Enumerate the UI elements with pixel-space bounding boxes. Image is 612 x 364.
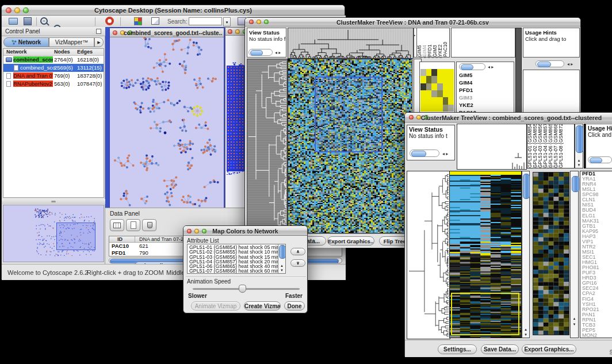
heatmap-container[interactable]	[449, 171, 522, 338]
matrix-cell[interactable]	[426, 90, 432, 97]
matrix-cell[interactable]	[448, 90, 454, 97]
vertical-scrollbar[interactable]: ▴▾	[522, 171, 530, 338]
matrix-cell[interactable]	[448, 69, 454, 76]
search-dropdown-icon[interactable]: ▾	[223, 17, 231, 26]
mini-icons[interactable]: ⊙⊙⊙⊙⊙⊙	[419, 55, 443, 59]
matrix-cell[interactable]	[437, 69, 443, 76]
overview-selection-rect[interactable]	[56, 223, 95, 250]
table-row-selected[interactable]: combined_sco 2569(6) 13112(15)	[3, 64, 104, 72]
matrix-row-label[interactable]: YKE2	[458, 101, 513, 109]
select-attributes-button[interactable]	[110, 219, 124, 231]
matrix-row-label[interactable]: GIM4	[458, 79, 513, 86]
gene-label[interactable]: MON2	[580, 333, 612, 338]
column-header-id[interactable]: ID	[117, 236, 123, 242]
search-input[interactable]	[189, 17, 222, 25]
matrix-cell[interactable]	[448, 83, 454, 90]
heatmap-selection-rect[interactable]	[451, 293, 519, 335]
row-dendrogram[interactable]	[407, 171, 450, 339]
slider-arrows[interactable]: ◂ ▸	[488, 64, 494, 71]
close-icon[interactable]	[228, 29, 232, 34]
matrix-row-label[interactable]: GIM3	[458, 94, 513, 101]
matrix-cell[interactable]	[431, 97, 437, 104]
network-view-canvas[interactable]	[110, 37, 223, 210]
column-header-edges[interactable]: Edges	[77, 49, 93, 55]
matrix-cell[interactable]	[437, 97, 443, 104]
matrix-cell[interactable]	[426, 69, 432, 76]
column-header-nodes[interactable]: Nodes	[54, 49, 70, 55]
matrix-cell[interactable]	[426, 105, 432, 112]
zoom-out-icon[interactable]: −	[40, 17, 48, 25]
annotation-icon[interactable]	[151, 17, 159, 25]
main-titlebar[interactable]: Cytoscape Desktop (Session Name: collins…	[2, 5, 345, 16]
matrix-cell[interactable]	[431, 90, 437, 97]
float-panel-icon[interactable]	[96, 29, 101, 34]
tab-vizmapper[interactable]: VizMapper™	[49, 37, 94, 47]
save-data-button[interactable]: Save Data...	[481, 344, 519, 354]
treeview2-titlebar[interactable]: ClusterMaker TreeView : combined_scores_…	[405, 113, 612, 122]
column-dendrogram[interactable]	[288, 28, 414, 59]
table-row[interactable]: DNA and Tran 07 769(0) 183728(0)	[3, 72, 104, 80]
matrix-cell[interactable]	[420, 83, 426, 90]
move-up-button[interactable]: ∧	[290, 248, 305, 255]
slider-arrows[interactable]: ◂ ▸	[442, 151, 448, 158]
move-down-button[interactable]: ∨	[290, 259, 305, 267]
zoom-slider[interactable]	[536, 60, 564, 67]
create-vizmap-button[interactable]: Create Vizmap	[244, 301, 281, 311]
matrix-cell[interactable]	[420, 69, 426, 76]
matrix-cell[interactable]	[443, 76, 449, 83]
network-frame[interactable]: combined_scores_good.txt--cluste...	[109, 27, 225, 211]
vertical-scrollbar[interactable]: ▴▾	[575, 124, 583, 168]
table-row[interactable]: combined_scores_ 2764(0) 16218(0)	[3, 56, 104, 64]
dialog-titlebar[interactable]: Map Colors to Network	[183, 226, 307, 236]
matrix-cell[interactable]	[448, 76, 454, 83]
matrix-cell[interactable]	[426, 83, 432, 90]
zoom-heatmap[interactable]	[533, 172, 569, 335]
treeview1-titlebar[interactable]: ClusterMaker TreeView : DNA and Tran 07-…	[245, 18, 580, 26]
tab-network[interactable]: Network	[3, 37, 49, 47]
new-attribute-button[interactable]	[126, 219, 140, 231]
column-header-network[interactable]: Network	[6, 49, 27, 55]
delete-attribute-button[interactable]	[142, 219, 156, 231]
resize-grip[interactable]	[610, 350, 612, 355]
attribute-item[interactable]: GPL51-07 (GSM868) heat shock 60 min	[188, 269, 277, 273]
matrix-cell[interactable]	[431, 83, 437, 90]
column-dendrogram[interactable]	[457, 124, 527, 170]
mini-icons[interactable]: ⊙⊙⊙⊙⊙⊙⊙	[533, 165, 560, 170]
slider-arrows[interactable]: ◂ ▸	[567, 61, 573, 68]
matrix-cell[interactable]	[448, 97, 454, 104]
matrix-cell[interactable]	[437, 76, 443, 83]
matrix-cell[interactable]	[420, 105, 426, 112]
open-session-icon[interactable]	[9, 18, 18, 25]
slider-arrows[interactable]: ◂ ▸	[275, 49, 281, 56]
zoom-slider[interactable]	[588, 156, 612, 163]
save-session-icon[interactable]	[24, 17, 32, 25]
matrix-cell[interactable]	[448, 105, 454, 112]
attribute-list[interactable]: GPL51-01 (GSM854) heat shock 05 minGPL51…	[187, 244, 286, 274]
close-icon[interactable]	[113, 30, 117, 35]
row-dendrogram[interactable]	[247, 59, 288, 235]
matrix-cell[interactable]	[431, 76, 437, 83]
matrix-cell[interactable]	[443, 90, 449, 97]
done-button[interactable]: Done	[284, 301, 305, 311]
matrix-row-label[interactable]: PFD1	[458, 86, 513, 94]
minimize-icon[interactable]	[235, 29, 240, 34]
matrix-cell[interactable]	[437, 105, 443, 112]
matrix-cell[interactable]	[420, 97, 426, 104]
vertical-scrollbar[interactable]: ▴▾	[570, 171, 579, 338]
zoom-slider[interactable]	[248, 49, 273, 56]
heatmap-selection-rect[interactable]	[315, 76, 382, 152]
table-row[interactable]: RNAPuberNov2+ 563(0) 107847(0)	[3, 80, 104, 88]
matrix-cell[interactable]	[443, 97, 449, 104]
animation-slider-track[interactable]	[193, 288, 300, 290]
network-overview[interactable]	[3, 205, 104, 262]
matrix-cell[interactable]	[431, 69, 437, 76]
help-lifering-icon[interactable]	[105, 17, 114, 25]
matrix-row-label[interactable]: GIM5	[458, 71, 513, 79]
export-graphics-button[interactable]: Export Graphics...	[327, 236, 374, 246]
panel-splitter[interactable]	[2, 199, 105, 204]
matrix-cell[interactable]	[431, 105, 437, 112]
matrix-cell[interactable]	[443, 83, 449, 90]
matrix-cell[interactable]	[443, 105, 449, 112]
export-graphics-button[interactable]: Export Graphics...	[522, 344, 576, 354]
settings-button[interactable]: Settings...	[438, 344, 477, 354]
